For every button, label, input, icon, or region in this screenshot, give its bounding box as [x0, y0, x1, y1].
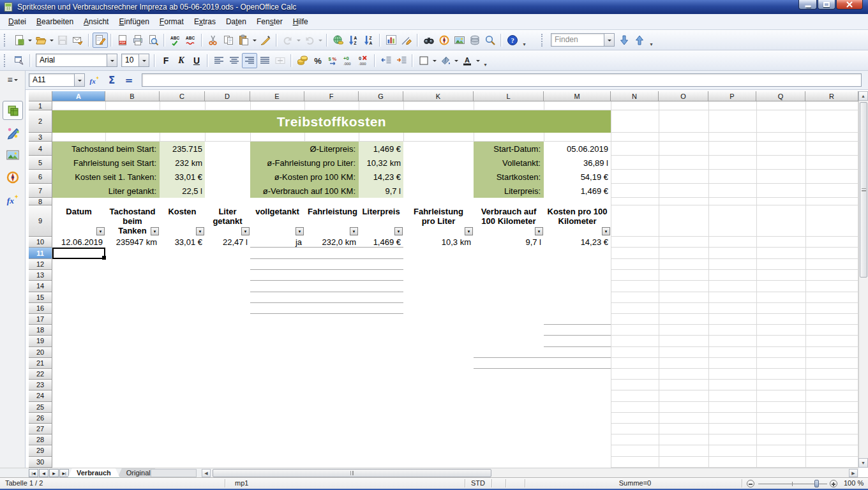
row-header-15[interactable]: 15: [29, 292, 52, 303]
find-icon[interactable]: [421, 33, 437, 48]
scroll-left-icon[interactable]: ◀: [202, 469, 211, 477]
summary-label[interactable]: Start-Datum:: [474, 142, 544, 156]
column-header-R[interactable]: R: [805, 91, 858, 101]
summary-value[interactable]: 22,5 l: [160, 184, 205, 198]
find-combobox[interactable]: Finden: [551, 33, 615, 47]
log-column-header[interactable]: Fahrleistung▼: [304, 205, 359, 237]
border-icon[interactable]: [416, 53, 431, 68]
formula-input[interactable]: [142, 73, 862, 87]
title-bar[interactable]: Spritkosten und Verbrauchsrechner Imprez…: [0, 0, 868, 14]
row-header-8[interactable]: 8: [29, 198, 52, 205]
row-header-17[interactable]: 17: [29, 314, 52, 325]
minimize-button[interactable]: [798, 0, 817, 10]
open-icon[interactable]: [33, 33, 49, 48]
page-style-status[interactable]: mp1: [235, 479, 248, 487]
sheet-nav-last-icon[interactable]: ▶|: [59, 469, 69, 477]
al-r-icon[interactable]: [242, 53, 257, 68]
sidebar-settings-icon[interactable]: ≡: [0, 71, 25, 89]
sum-status[interactable]: Summe=0: [530, 479, 740, 487]
column-header-E[interactable]: E: [250, 91, 304, 101]
equals-icon[interactable]: =: [121, 73, 137, 88]
paste-icon[interactable]: [236, 33, 251, 48]
row-header-10[interactable]: 10: [29, 237, 52, 248]
standard-toolbar-grip-handle[interactable]: [541, 34, 546, 47]
find-dropdown-button[interactable]: [604, 34, 614, 46]
column-header-Q[interactable]: Q: [756, 91, 805, 101]
log-column-header[interactable]: Datum▼: [52, 205, 105, 237]
undo-icon[interactable]: [280, 33, 296, 48]
autofilter-button[interactable]: ▼: [535, 227, 543, 235]
row-header-26[interactable]: 26: [29, 413, 52, 424]
row-header-4[interactable]: 4: [29, 142, 52, 156]
summary-label[interactable]: Startkosten:: [474, 170, 544, 184]
row-header-12[interactable]: 12: [29, 259, 52, 270]
deldec-icon[interactable]: [356, 53, 371, 68]
autofilter-button[interactable]: ▼: [196, 227, 204, 235]
log-column-header[interactable]: Kosten pro 100 Kilometer▼: [544, 205, 611, 237]
log-column-header[interactable]: Liter getankt▼: [205, 205, 250, 237]
summary-value[interactable]: 1,469 €: [359, 142, 403, 156]
fontcolor-icon[interactable]: [460, 53, 475, 68]
autofilter-button[interactable]: ▼: [602, 227, 610, 235]
log-cell[interactable]: 235947 km: [105, 237, 160, 248]
log-cell[interactable]: 22,47 l: [205, 237, 250, 248]
row-header-24[interactable]: 24: [29, 390, 52, 401]
menu-item-hilfe[interactable]: Hilfe: [288, 15, 313, 29]
column-header-P[interactable]: P: [708, 91, 756, 101]
sidebar-deck-properties-icon[interactable]: [3, 101, 23, 120]
autofilter-button[interactable]: ▼: [394, 227, 403, 235]
al-c-icon[interactable]: [227, 53, 242, 68]
summary-label[interactable]: Tachostand beim Start:: [52, 142, 160, 156]
menu-item-daten[interactable]: Daten: [221, 15, 251, 29]
currency-icon[interactable]: [295, 53, 310, 68]
sortaz-icon[interactable]: [346, 33, 361, 48]
sortza-icon[interactable]: [361, 33, 377, 48]
row-header-9[interactable]: 9: [29, 205, 52, 237]
log-column-header[interactable]: vollgetankt▼: [250, 205, 304, 237]
close-button[interactable]: [836, 0, 863, 10]
vertical-scrollbar[interactable]: ▲▼: [858, 91, 868, 468]
summary-label[interactable]: ø-Verbrauch auf 100 KM:: [250, 184, 359, 198]
sidebar-deck-styles-icon[interactable]: [3, 123, 23, 142]
summary-label[interactable]: Liter getankt:: [52, 184, 160, 198]
row-header-2[interactable]: 2: [29, 110, 52, 133]
row-header-30[interactable]: 30: [29, 457, 52, 468]
summary-label[interactable]: Volletankt:: [474, 156, 544, 170]
summary-label[interactable]: ø-Kosten pro 100 KM:: [250, 170, 359, 184]
formatting-toolbar-grip-handle[interactable]: [4, 54, 8, 67]
styleswin-icon[interactable]: [11, 53, 27, 68]
column-header-D[interactable]: D: [205, 91, 250, 101]
sidebar-deck-navigator-icon[interactable]: [3, 168, 23, 187]
edit-icon[interactable]: [93, 33, 108, 48]
column-header-K[interactable]: K: [403, 91, 474, 101]
sheet-nav-previous-icon[interactable]: ◀: [39, 469, 49, 477]
scroll-up-icon[interactable]: ▲: [858, 91, 868, 101]
row-header-16[interactable]: 16: [29, 303, 52, 314]
menu-item-extras[interactable]: Extras: [189, 15, 221, 29]
new-dropdown[interactable]: [27, 33, 33, 48]
formatting-toolbar-more-options-icon[interactable]: ▾: [481, 52, 490, 69]
selection-mode-status[interactable]: STD: [471, 479, 485, 487]
font-name-combobox[interactable]: Arial: [36, 54, 117, 67]
chart-icon[interactable]: [384, 33, 399, 48]
fontname-dropdown-button[interactable]: [107, 54, 117, 66]
summary-value[interactable]: 36,89 l: [544, 156, 611, 170]
sheet-tab-verbrauch[interactable]: Verbrauch: [68, 468, 120, 478]
email-icon[interactable]: [70, 33, 86, 48]
save-icon[interactable]: [55, 33, 70, 48]
row-header-21[interactable]: 21: [29, 358, 52, 369]
autofilter-button[interactable]: ▼: [465, 227, 473, 235]
maximize-button[interactable]: [818, 0, 835, 10]
al-j-icon[interactable]: [257, 53, 273, 68]
underline-button[interactable]: U: [189, 53, 204, 68]
datasource-icon[interactable]: [467, 33, 483, 48]
autospell-icon[interactable]: [183, 33, 198, 48]
sidebar-deck-gallery-icon[interactable]: [3, 145, 23, 165]
al-l-icon[interactable]: [211, 53, 227, 68]
adddec-icon[interactable]: [341, 53, 356, 68]
autofilter-button[interactable]: ▼: [151, 227, 159, 235]
function-wizard-icon[interactable]: [87, 73, 102, 88]
gallery-icon[interactable]: [452, 33, 467, 48]
row-header-19[interactable]: 19: [29, 336, 52, 346]
menu-item-einfügen[interactable]: Einfügen: [114, 15, 154, 29]
